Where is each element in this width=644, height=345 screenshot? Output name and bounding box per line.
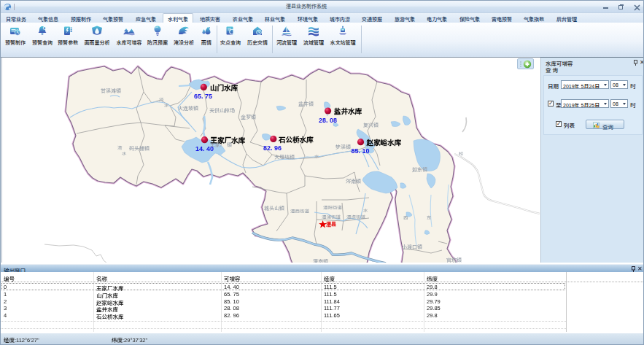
svg-text:官垸镇: 官垸镇 [446, 257, 462, 263]
svg-text:82. 96: 82. 96 [263, 144, 282, 152]
svg-text:石公桥水库: 石公桥水库 [278, 134, 314, 144]
svg-text:涔南镇: 涔南镇 [346, 178, 361, 184]
svg-text:澧南镇: 澧南镇 [313, 258, 328, 263]
svg-text:王家厂水库: 王家厂水库 [211, 135, 246, 145]
svg-text:城头山镇: 城头山镇 [264, 205, 284, 212]
svg-text:小渡口镇: 小渡口镇 [402, 244, 422, 250]
svg-text:盐井镇: 盐井镇 [298, 101, 314, 107]
svg-text:澹: 澹 [117, 145, 123, 150]
svg-text:赵家峪水库: 赵家峪水库 [366, 137, 402, 147]
svg-text:火连坡镇: 火连坡镇 [178, 105, 198, 112]
svg-text:澧县: 澧县 [326, 221, 336, 228]
svg-text:65. 75: 65. 75 [194, 93, 212, 100]
svg-text:28. 08: 28. 08 [319, 117, 337, 124]
svg-text:涔: 涔 [159, 97, 164, 102]
svg-text:澧阳街道: 澧阳街道 [323, 205, 343, 210]
svg-text:梦溪镇: 梦溪镇 [335, 144, 351, 150]
svg-text:东: 东 [427, 215, 432, 220]
svg-text:水: 水 [164, 103, 169, 108]
svg-text:澧澹街道: 澧澹街道 [346, 214, 366, 220]
svg-text:澧西街道: 澧西街道 [290, 209, 310, 214]
svg-text:甘溪滩镇: 甘溪滩镇 [101, 88, 121, 93]
svg-text:复兴镇: 复兴镇 [363, 122, 379, 128]
svg-text:码头铺镇: 码头铺镇 [129, 145, 150, 152]
svg-text:如东镇: 如东镇 [412, 166, 427, 173]
svg-text:水: 水 [363, 208, 368, 213]
svg-text:澧浦街道: 澧浦街道 [322, 214, 341, 220]
svg-text:盐井水库: 盐井水库 [334, 106, 362, 116]
svg-text:大堰垱镇: 大堰垱镇 [274, 154, 295, 160]
svg-text:松: 松 [459, 151, 464, 156]
svg-text:85. 10: 85. 10 [352, 147, 370, 155]
svg-text:西: 西 [403, 215, 408, 220]
svg-text:山门水库: 山门水库 [210, 82, 238, 93]
svg-text:水: 水 [314, 154, 319, 159]
svg-text:金罗镇: 金罗镇 [241, 114, 256, 120]
svg-text:14. 40: 14. 40 [195, 145, 214, 152]
svg-text:天供山林场: 天供山林场 [209, 107, 235, 114]
svg-text:水: 水 [122, 151, 127, 156]
